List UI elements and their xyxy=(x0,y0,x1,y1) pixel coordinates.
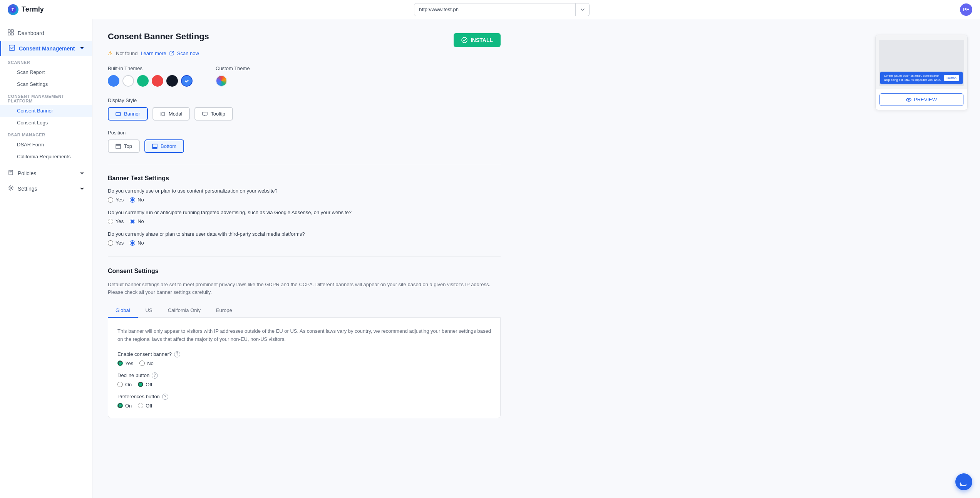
settings-left: Settings xyxy=(8,185,37,193)
url-input[interactable] xyxy=(414,3,576,16)
sidebar-item-dsar-form[interactable]: DSAR Form xyxy=(0,139,92,151)
custom-theme-circles xyxy=(216,75,250,87)
theme-black[interactable] xyxy=(166,75,178,87)
scan-now-link[interactable]: Scan now xyxy=(177,50,199,56)
preferences-on-option[interactable]: On xyxy=(117,403,132,409)
theme-green[interactable] xyxy=(137,75,149,87)
decline-off-radio[interactable] xyxy=(138,382,143,387)
tab-california[interactable]: California Only xyxy=(160,303,208,318)
svg-text:T: T xyxy=(12,8,14,12)
check-icon xyxy=(184,78,189,84)
question-2-block: Do you currently run or anticipate runni… xyxy=(108,210,501,224)
q3-yes-radio[interactable] xyxy=(108,240,113,246)
preferences-btn-info-icon[interactable]: ? xyxy=(162,394,168,400)
scan-report-label: Scan Report xyxy=(17,69,45,75)
q2-yes-radio[interactable] xyxy=(108,219,113,224)
sidebar-item-consent-banner[interactable]: Consent Banner xyxy=(0,105,92,117)
position-top-icon xyxy=(116,144,121,149)
sidebar-item-consent-logs[interactable]: Consent Logs xyxy=(0,117,92,129)
chat-bubble[interactable] xyxy=(955,473,972,490)
q2-no-option[interactable]: No xyxy=(130,218,144,224)
install-button[interactable]: INSTALL xyxy=(454,33,501,47)
custom-theme-group: Custom Theme xyxy=(216,65,250,87)
q2-no-radio[interactable] xyxy=(130,219,135,224)
preferences-on-radio[interactable] xyxy=(117,403,123,408)
position-top[interactable]: Top xyxy=(108,139,140,153)
tab-us[interactable]: US xyxy=(138,303,160,318)
q1-no-radio[interactable] xyxy=(130,197,135,203)
consent-mgmt-left: Consent Management xyxy=(9,45,75,52)
enable-consent-info-icon[interactable]: ? xyxy=(174,351,180,357)
settings-arrow xyxy=(80,186,84,191)
enable-no-radio[interactable] xyxy=(139,361,145,366)
logo-icon: T xyxy=(8,4,18,15)
consent-management-arrow xyxy=(80,45,84,52)
question-2-radios: Yes No xyxy=(108,218,501,224)
modal-icon xyxy=(160,111,166,117)
svg-rect-3 xyxy=(11,30,13,32)
q3-no-option[interactable]: No xyxy=(130,240,144,246)
theme-checked[interactable] xyxy=(181,75,193,87)
sidebar-item-scan-report[interactable]: Scan Report xyxy=(0,66,92,78)
position-bottom-icon xyxy=(152,144,157,149)
q1-no-option[interactable]: No xyxy=(130,197,144,203)
enable-yes-radio[interactable] xyxy=(117,361,123,366)
svg-point-21 xyxy=(965,481,966,482)
learn-more-link[interactable]: Learn more xyxy=(141,50,166,56)
display-style-label: Display Style xyxy=(108,97,501,103)
chat-icon xyxy=(960,478,968,486)
theme-blue[interactable] xyxy=(108,75,119,87)
theme-custom[interactable] xyxy=(216,75,227,87)
q3-no-radio[interactable] xyxy=(130,240,135,246)
sidebar-item-settings[interactable]: Settings xyxy=(0,181,92,196)
tooltip-icon xyxy=(202,111,208,117)
tab-europe[interactable]: Europe xyxy=(208,303,240,318)
preview-image-area: Lorem ipsum dolor sit amet, consectetur … xyxy=(876,35,967,89)
consent-settings-desc: Default banner settings are set to meet … xyxy=(108,281,501,296)
q1-yes-option[interactable]: Yes xyxy=(108,197,124,203)
custom-theme-label: Custom Theme xyxy=(216,65,250,71)
logo-text: Termly xyxy=(22,5,44,13)
built-in-themes-label: Built-in Themes xyxy=(108,65,193,71)
q1-yes-radio[interactable] xyxy=(108,197,113,203)
sidebar-item-scan-settings[interactable]: Scan Settings xyxy=(0,78,92,90)
sidebar-item-consent-management[interactable]: Consent Management xyxy=(0,41,92,56)
theme-white[interactable] xyxy=(122,75,134,87)
svg-point-7 xyxy=(10,187,12,189)
preferences-off-radio[interactable] xyxy=(138,403,143,408)
scanner-section-label: SCANNER xyxy=(0,56,92,66)
display-style-banner[interactable]: Banner xyxy=(108,107,148,121)
decline-off-option[interactable]: Off xyxy=(138,382,152,387)
tab-global[interactable]: Global xyxy=(108,303,138,318)
decline-on-option[interactable]: On xyxy=(117,382,132,387)
enable-consent-radios: Yes No xyxy=(117,361,491,366)
enable-yes-option[interactable]: Yes xyxy=(117,361,133,366)
display-style-tooltip[interactable]: Tooltip xyxy=(194,107,233,121)
q2-yes-option[interactable]: Yes xyxy=(108,218,124,224)
preview-banner-btn: Button xyxy=(944,75,959,81)
preview-button[interactable]: PREVIEW xyxy=(879,93,963,106)
display-style-modal[interactable]: Modal xyxy=(152,107,190,121)
main-content: Consent Banner Settings INSTALL ⚠ Not fo… xyxy=(92,19,516,498)
url-bar-wrap xyxy=(414,3,590,16)
consent-management-icon xyxy=(9,45,15,52)
enable-consent-label: Enable consent banner? xyxy=(117,351,172,357)
enable-no-option[interactable]: No xyxy=(139,361,154,366)
theme-red[interactable] xyxy=(152,75,163,87)
dashboard-icon xyxy=(8,29,14,37)
sidebar-item-california-req[interactable]: California Requirements xyxy=(0,151,92,163)
sidebar-item-dashboard[interactable]: Dashboard xyxy=(0,25,92,41)
decline-on-radio[interactable] xyxy=(117,382,123,387)
avatar[interactable]: PF xyxy=(960,3,972,16)
preferences-off-option[interactable]: Off xyxy=(138,403,152,409)
svg-rect-2 xyxy=(8,30,10,32)
url-dropdown-button[interactable] xyxy=(576,3,590,16)
sidebar-item-policies[interactable]: Policies xyxy=(0,166,92,181)
q3-yes-option[interactable]: Yes xyxy=(108,240,124,246)
consent-logs-label: Consent Logs xyxy=(17,120,48,126)
themes-area: Built-in Themes Custom Theme xyxy=(108,65,501,87)
decline-btn-info-icon[interactable]: ? xyxy=(152,372,158,379)
scan-settings-label: Scan Settings xyxy=(17,81,48,87)
question-3-radios: Yes No xyxy=(108,240,501,246)
position-bottom[interactable]: Bottom xyxy=(144,139,184,153)
